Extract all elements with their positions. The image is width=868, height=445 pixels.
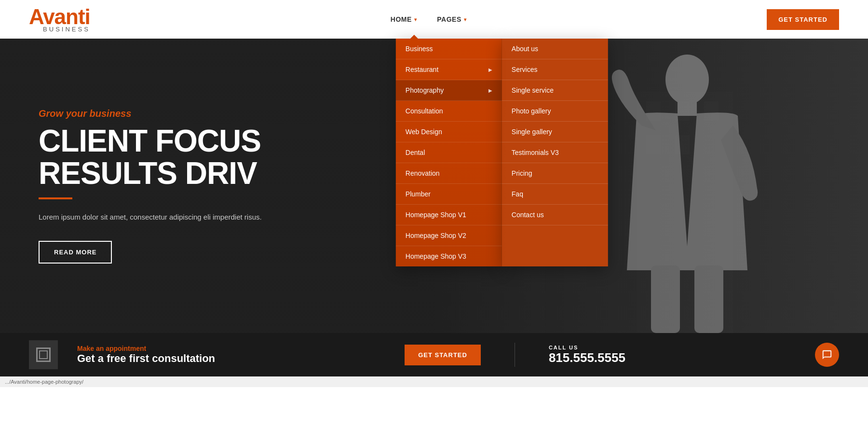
dropdown-shop-v2-label: Homepage Shop V2 xyxy=(406,232,466,239)
dropdown-item-photography[interactable]: Photography ▶ xyxy=(396,80,502,101)
footer-call-group: CALL US 815.555.5555 xyxy=(549,345,625,365)
hero-title-line2: RESULTS DRIV xyxy=(39,156,257,191)
dropdown-business-label: Business xyxy=(406,45,433,53)
dropdown-testimonials-label: Testimonials V3 xyxy=(512,149,559,156)
dropdown-about-label: About us xyxy=(512,45,538,53)
dropdown-restaurant-label: Restaurant xyxy=(406,66,438,73)
dropdown-item-testimonials[interactable]: Testimonials V3 xyxy=(502,142,608,163)
footer-get-started-button[interactable]: GET STARTED xyxy=(405,345,481,365)
browser-status-bar: .../Avanti/home-page-photograpy/ xyxy=(0,376,868,387)
dropdown-item-pricing[interactable]: Pricing xyxy=(502,163,608,184)
dropdown-photo-gallery-label: Photo gallery xyxy=(512,107,551,115)
hero-tagline: Grow your business xyxy=(39,108,262,119)
dropdown-item-plumber[interactable]: Plumber xyxy=(396,184,502,205)
logo: Avanti BUSINESS xyxy=(29,6,90,33)
hero-description: Lorem ipsum dolor sit amet, consectetur … xyxy=(39,211,262,223)
dropdown-item-photo-gallery[interactable]: Photo gallery xyxy=(502,101,608,122)
header: Avanti BUSINESS HOME ▾ PAGES ▾ GET START… xyxy=(0,0,868,39)
nav-pages-chevron-icon: ▾ xyxy=(464,17,467,22)
footer-separator xyxy=(515,343,515,367)
dropdown-item-single-service[interactable]: Single service xyxy=(502,80,608,101)
dropdown-consultation-label: Consultation xyxy=(406,107,443,115)
svg-point-14 xyxy=(665,55,709,105)
dropdown-renovation-label: Renovation xyxy=(406,169,440,177)
footer-phone-number: 815.555.5555 xyxy=(549,350,625,365)
footer-appointment-text: Make an appointment Get a free first con… xyxy=(77,345,215,365)
nav-pages[interactable]: PAGES ▾ xyxy=(429,11,474,28)
hero-read-more-button[interactable]: READ MORE xyxy=(39,241,112,264)
footer-appointment-label: Make an appointment xyxy=(77,345,215,352)
dropdown-shop-v1-label: Homepage Shop V1 xyxy=(406,211,466,219)
dropdown-plumber-label: Plumber xyxy=(406,190,431,198)
dropdown-sub-panel: About us Services Single service Photo g… xyxy=(502,39,608,266)
hero-content: Grow your business CLIENT FOCUS RESULTS … xyxy=(0,79,300,292)
dropdown-dental-label: Dental xyxy=(406,149,425,156)
dropdown-item-about[interactable]: About us xyxy=(502,39,608,59)
hero-title-line1: CLIENT FOCUS xyxy=(39,124,261,158)
dropdown-item-single-gallery[interactable]: Single gallery xyxy=(502,122,608,142)
hero-title: CLIENT FOCUS RESULTS DRIV xyxy=(39,125,262,190)
hero-divider xyxy=(39,197,72,199)
svg-rect-17 xyxy=(694,265,723,333)
dropdown-item-contact[interactable]: Contact us xyxy=(502,205,608,225)
chat-icon xyxy=(822,349,832,360)
dropdown-item-restaurant[interactable]: Restaurant ▶ xyxy=(396,59,502,80)
main-nav: HOME ▾ PAGES ▾ xyxy=(383,11,474,28)
header-get-started-button[interactable]: GET STARTED xyxy=(767,9,839,30)
dropdown-services-label: Services xyxy=(512,66,538,73)
dropdown-item-shop-v1[interactable]: Homepage Shop V1 xyxy=(396,205,502,225)
dropdown-single-service-label: Single service xyxy=(512,86,554,94)
dropdown-contact-label: Contact us xyxy=(512,211,544,219)
footer-appointment-icon xyxy=(29,340,58,369)
calendar-icon xyxy=(36,348,51,362)
dropdown-faq-label: Faq xyxy=(512,190,523,198)
dropdown-single-gallery-label: Single gallery xyxy=(512,128,552,136)
dropdown-item-renovation[interactable]: Renovation xyxy=(396,163,502,184)
nav-home-chevron-icon: ▾ xyxy=(414,17,417,22)
dropdown-item-services[interactable]: Services xyxy=(502,59,608,80)
dropdown-item-dental[interactable]: Dental xyxy=(396,142,502,163)
logo-sub: BUSINESS xyxy=(43,26,90,33)
dropdown-pricing-label: Pricing xyxy=(512,169,532,177)
dropdown-item-faq[interactable]: Faq xyxy=(502,184,608,205)
footer-cta-group: GET STARTED xyxy=(405,345,481,365)
svg-rect-16 xyxy=(651,265,680,333)
logo-brand: Avanti xyxy=(29,6,90,28)
footer-call-us-label: CALL US xyxy=(549,345,625,350)
dropdown-photography-label: Photography xyxy=(406,86,444,94)
status-url: .../Avanti/home-page-photograpy/ xyxy=(5,379,83,385)
dropdown-item-consultation[interactable]: Consultation xyxy=(396,101,502,122)
nav-pages-label: PAGES xyxy=(437,15,461,23)
dropdown-main-panel: Business Restaurant ▶ Photography ▶ Cons… xyxy=(396,39,502,266)
footer-consultation-text: Get a free first consultation xyxy=(77,352,215,365)
dropdown-restaurant-chevron-icon: ▶ xyxy=(488,67,492,72)
dropdown-menu: Business Restaurant ▶ Photography ▶ Cons… xyxy=(396,39,608,266)
dropdown-webdesign-label: Web Design xyxy=(406,128,442,136)
dropdown-shop-v3-label: Homepage Shop V3 xyxy=(406,252,466,260)
dropdown-item-shop-v3[interactable]: Homepage Shop V3 xyxy=(396,246,502,266)
nav-home-label: HOME xyxy=(391,15,412,23)
nav-home[interactable]: HOME ▾ xyxy=(383,11,425,28)
svg-rect-15 xyxy=(678,101,697,116)
dropdown-item-webdesign[interactable]: Web Design xyxy=(396,122,502,142)
footer-bar: Make an appointment Get a free first con… xyxy=(0,333,868,376)
dropdown-item-shop-v2[interactable]: Homepage Shop V2 xyxy=(396,225,502,246)
footer-chat-button[interactable] xyxy=(815,343,839,367)
dropdown-item-business[interactable]: Business xyxy=(396,39,502,59)
hero-person-svg xyxy=(603,53,772,333)
dropdown-photography-chevron-icon: ▶ xyxy=(488,88,492,93)
